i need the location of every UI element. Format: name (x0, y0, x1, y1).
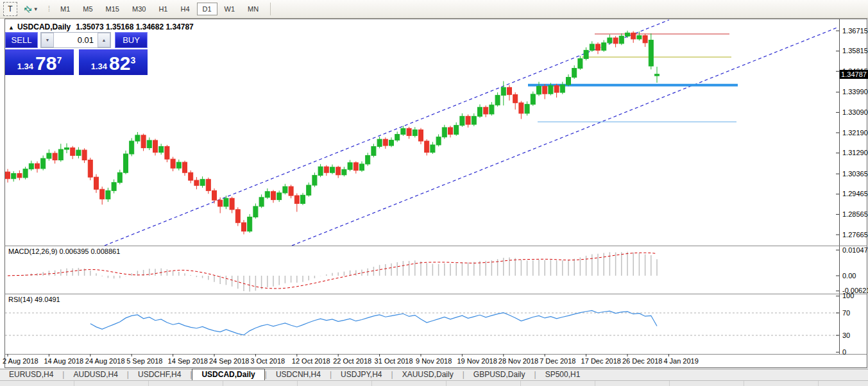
sell-button-label: SELL (12, 35, 32, 45)
date-axis-label: 5 Sep 2018 (126, 357, 162, 365)
price-axis-label: 1.36715 (842, 27, 868, 35)
chart-title-row: ▲USDCAD,Daily1.35073 1.35168 1.34682 1.3… (8, 22, 194, 31)
chart-symbol: USDCAD,Daily (17, 22, 71, 31)
date-axis-label: 24 Aug 2018 (85, 357, 125, 365)
price-axis-label: 1.30365 (842, 170, 868, 178)
macd-axis-label: 0.00 (842, 272, 856, 280)
macd-panel (8, 252, 657, 292)
volume-stepper: ▼ ▲ (40, 32, 111, 48)
tab-eurusd-h4[interactable]: EURUSD,H4 (0, 369, 62, 380)
support-resistance-lines[interactable] (528, 34, 738, 122)
rsi-name: RSI(14) (8, 296, 33, 303)
rsi-panel (5, 310, 838, 335)
date-axis-label: 24 Sep 2018 (209, 357, 249, 365)
tab-xauusd-daily[interactable]: XAUUSD,Daily (393, 369, 463, 380)
sell-price-main: 78 (35, 54, 56, 73)
date-axis-label: 17 Dec 2018 (581, 357, 621, 365)
price-axis-label: 1.35815 (842, 47, 868, 55)
tab-usdcnh-h4[interactable]: USDCNH,H4 (267, 369, 330, 380)
date-axis-label: 19 Nov 2018 (457, 357, 497, 365)
buy-price-main: 82 (109, 54, 130, 73)
date-axis-label: 7 Dec 2018 (540, 357, 575, 365)
price-axis-label: 1.33990 (842, 88, 868, 96)
price-axis-label: 1.28565 (842, 210, 868, 218)
one-click-trade-panel: SELL ▼ ▲ BUY 1.34787 1.34823 (5, 32, 148, 75)
rsi-axis-label: 100 (842, 292, 854, 299)
macd-values: 0.006395 0.008861 (59, 248, 120, 255)
date-axis-label: 3 Oct 2018 (250, 357, 285, 365)
rsi-axis-label: 70 (842, 309, 850, 317)
price-axis-label: 1.32190 (842, 129, 868, 137)
date-axis-label: 28 Nov 2018 (498, 357, 538, 365)
macd-indicator-label: MACD(12,26,9) 0.006395 0.008861 (8, 248, 120, 255)
buy-price-pipette: 3 (130, 55, 135, 65)
volume-decrease-button[interactable]: ▼ (41, 33, 54, 47)
date-axis-label: 2 Aug 2018 (3, 357, 38, 365)
price-axis-label: 1.27665 (842, 231, 868, 239)
rsi-value: 49.0491 (35, 296, 60, 303)
sell-price-button[interactable]: 1.34787 (5, 49, 74, 75)
date-axis-label: 31 Oct 2018 (375, 357, 413, 365)
price-axis-label: 1.33090 (842, 108, 868, 116)
rsi-axis-label: 0 (842, 348, 846, 356)
ohlc-values: 1.35073 1.35168 1.34682 1.34787 (76, 22, 194, 31)
sell-button[interactable]: SELL (5, 32, 38, 48)
axis-ticks (8, 31, 839, 357)
sell-price-pipette: 7 (56, 55, 62, 65)
trend-channel[interactable] (105, 20, 838, 246)
arrow-up-icon: ▲ (102, 38, 106, 42)
price-axis-label: 1.29465 (842, 190, 868, 197)
date-axis-label: 9 Nov 2018 (416, 357, 452, 365)
date-axis-label: 26 Dec 2018 (622, 357, 662, 365)
arrow-down-icon: ▼ (46, 38, 50, 42)
rsi-indicator-label: RSI(14) 49.0491 (8, 296, 60, 303)
volume-input[interactable] (54, 33, 98, 47)
tab-sp500-h1[interactable]: SP500,H1 (536, 369, 590, 380)
macd-axis-label: 0.010474 (842, 246, 868, 254)
macd-name: MACD(12,26,9) (8, 248, 57, 255)
tab-audusd-h4[interactable]: AUDUSD,H4 (64, 369, 126, 380)
date-axis-label: 12 Oct 2018 (292, 357, 330, 365)
buy-price-button[interactable]: 1.34823 (79, 49, 148, 75)
date-axis-label: 22 Oct 2018 (333, 357, 371, 365)
buy-button-label: BUY (123, 35, 140, 45)
date-axis-label: 14 Sep 2018 (168, 357, 208, 365)
rsi-axis-label: 30 (842, 331, 850, 339)
tab-usdcad-daily[interactable]: USDCAD,Daily (192, 369, 264, 380)
price-axis-label: 1.31290 (842, 149, 868, 156)
trading-app-window: T ⇄ ▼ ⁞ M1M5M15M30H1H4D1W1MN ▲USDCAD,Dai… (0, 0, 868, 386)
buy-price-prefix: 1.34 (91, 62, 107, 71)
tab-scrollbar[interactable] (0, 380, 868, 386)
volume-increase-button[interactable]: ▲ (98, 33, 110, 47)
date-axis-label: 4 Jan 2019 (663, 357, 698, 365)
buy-button[interactable]: BUY (115, 32, 148, 48)
tab-usdjpy-h4[interactable]: USDJPY,H4 (332, 369, 391, 380)
tab-usdchf-h4[interactable]: USDCHF,H4 (129, 369, 190, 380)
sell-price-prefix: 1.34 (17, 62, 33, 71)
collapse-icon[interactable]: ▲ (8, 24, 14, 31)
current-price-tag: 1.34787 (840, 70, 868, 79)
date-axis-label: 14 Aug 2018 (44, 357, 83, 365)
chart-tab-bar: EURUSD,H4|AUDUSD,H4|USDCHF,H4|USDCAD,Dai… (0, 369, 868, 380)
tab-gbpusd-daily[interactable]: GBPUSD,Daily (464, 369, 534, 380)
